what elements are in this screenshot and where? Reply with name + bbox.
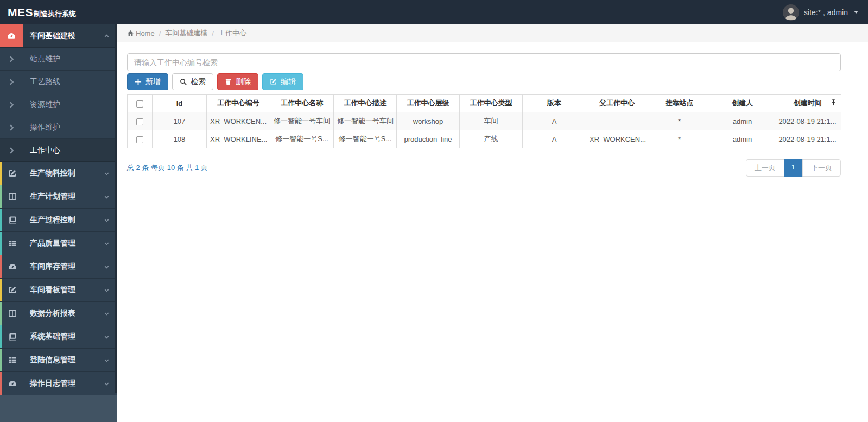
cell-creator: admin [711, 130, 774, 148]
cell-level: workshop [397, 112, 460, 130]
sidebar-group-workshop-modeling[interactable]: 车间基础建模 [0, 24, 117, 48]
breadcrumb: Home / 车间基础建模 / 工作中心 [117, 24, 868, 42]
page-1-button[interactable]: 1 [784, 159, 803, 177]
delete-button[interactable]: 删除 [217, 73, 258, 90]
col-parent-work-center: 父工作中心 [586, 95, 648, 112]
cell-parent: XR_WORKCEN... [586, 130, 648, 148]
row-checkbox[interactable] [136, 118, 143, 125]
chevron-down-icon [104, 357, 110, 363]
chevron-down-icon [104, 264, 110, 270]
chevron-right-icon [0, 93, 23, 116]
chevron-down-icon [104, 287, 110, 293]
cell-version: A [523, 130, 586, 148]
app-logo: MES 制造执行系统 [8, 6, 76, 19]
delete-button-label: 删除 [236, 77, 251, 87]
next-page-button[interactable]: 下一页 [802, 159, 841, 177]
pin-icon[interactable] [831, 99, 837, 108]
row-checkbox[interactable] [136, 136, 143, 143]
cell-parent [586, 112, 648, 130]
caret-down-icon [854, 11, 858, 14]
sidebar-item-plan-management[interactable]: 生产计划管理 [0, 185, 117, 209]
sidebar-item-inventory-management[interactable]: 车间库存管理 [0, 255, 117, 279]
toolbar: 新增 检索 删除 编辑 [127, 73, 841, 90]
breadcrumb-separator: / [212, 29, 214, 37]
list-icon [0, 349, 23, 371]
sidebar-item-process-control[interactable]: 生产过程控制 [0, 209, 117, 232]
edit-button[interactable]: 编辑 [262, 73, 303, 90]
cell-desc: 修一智能一号车间 [334, 112, 397, 130]
plus-icon [135, 78, 142, 85]
work-center-search-input[interactable] [127, 53, 841, 71]
sidebar-item-site-maintenance[interactable]: 站点维护 [0, 48, 117, 71]
chevron-right-icon [0, 48, 23, 70]
chevron-down-icon [104, 194, 110, 200]
cell-code: XR_WORKCEN... [207, 112, 270, 130]
cell-create-time: 2022-08-19 21:1... [774, 130, 841, 148]
sidebar-item-label: 登陆信息管理 [23, 355, 104, 365]
cell-code: XR_WORKLINE... [207, 130, 270, 148]
sidebar-item-process-route[interactable]: 工艺路线 [0, 71, 117, 93]
col-create-time: 创建时间 [774, 95, 841, 112]
sidebar-item-board-management[interactable]: 车间看板管理 [0, 279, 117, 302]
sidebar-item-work-center[interactable]: 工作中心 [0, 139, 117, 162]
select-all-checkbox[interactable] [136, 100, 143, 108]
cell-type: 产线 [460, 130, 523, 148]
search-button[interactable]: 检索 [172, 73, 213, 90]
trash-icon [225, 78, 232, 85]
edit-icon [270, 78, 277, 85]
col-create-time-label: 创建时间 [794, 99, 822, 107]
user-menu[interactable]: site:* , admin [783, 4, 858, 21]
sidebar-item-label: 操作日志管理 [23, 379, 104, 388]
prev-page-button[interactable]: 上一页 [746, 159, 784, 177]
sidebar-item-resource-maintenance[interactable]: 资源维护 [0, 93, 117, 116]
main-content: Home / 车间基础建模 / 工作中心 新增 检索 删除 编辑 [117, 24, 868, 422]
cell-type: 车间 [460, 112, 523, 130]
table-footer: 总 2 条 每页 10 条 共 1 页 上一页 1 下一页 [127, 159, 841, 177]
sidebar-item-label: 资源维护 [23, 100, 117, 110]
sidebar-item-operation-log[interactable]: 操作日志管理 [0, 372, 117, 395]
book-icon [0, 209, 23, 231]
sidebar-item-label: 生产计划管理 [23, 192, 104, 201]
add-button[interactable]: 新增 [127, 73, 168, 90]
user-label: site:* , admin [804, 8, 848, 17]
chevron-up-icon [104, 33, 110, 39]
sidebar-item-label: 工作中心 [23, 146, 117, 155]
sidebar-item-label: 车间库存管理 [23, 262, 104, 272]
edit-icon [0, 162, 23, 185]
chevron-right-icon [0, 139, 23, 161]
chevron-down-icon [104, 381, 110, 387]
sidebar-item-label: 数据分析报表 [23, 308, 104, 318]
cell-site: * [648, 130, 711, 148]
sidebar-item-label: 车间看板管理 [23, 285, 104, 295]
sidebar-item-system-management[interactable]: 系统基础管理 [0, 325, 117, 349]
col-version: 版本 [523, 95, 586, 112]
breadcrumb-home[interactable]: Home [136, 29, 155, 37]
chevron-right-icon [0, 116, 23, 138]
sidebar-item-label: 操作维护 [23, 123, 117, 133]
sidebar-item-label: 站点维护 [23, 54, 117, 64]
row-select-cell [128, 130, 153, 148]
sidebar-item-quality-management[interactable]: 产品质量管理 [0, 232, 117, 255]
sidebar-item-label: 产品质量管理 [23, 238, 104, 248]
breadcrumb-separator: / [159, 29, 161, 37]
col-work-center-level: 工作中心层级 [397, 95, 460, 112]
table-row: 107 XR_WORKCEN... 修一智能一号车间 修一智能一号车间 work… [128, 112, 841, 130]
sidebar-item-login-info[interactable]: 登陆信息管理 [0, 349, 117, 372]
sidebar-item-material-control[interactable]: 生产物料控制 [0, 162, 117, 185]
sidebar-item-operation-maintenance[interactable]: 操作维护 [0, 116, 117, 139]
cell-version: A [523, 112, 586, 130]
chevron-down-icon [104, 241, 110, 247]
col-id: id [153, 95, 207, 112]
sidebar-item-data-analysis[interactable]: 数据分析报表 [0, 302, 117, 325]
sidebar: 车间基础建模 站点维护 工艺路线 资源维护 操作维护 工作中心 [0, 24, 117, 422]
work-center-table: id 工作中心编号 工作中心名称 工作中心描述 工作中心层级 工作中心类型 版本… [127, 94, 841, 148]
cell-site: * [648, 112, 711, 130]
cell-level: production_line [397, 130, 460, 148]
col-work-center-code: 工作中心编号 [207, 95, 270, 112]
cell-desc: 修一智能一号S... [334, 130, 397, 148]
chevron-down-icon [104, 217, 110, 223]
search-button-label: 检索 [191, 77, 206, 87]
breadcrumb-level1[interactable]: 车间基础建模 [165, 28, 207, 38]
chevron-right-icon [0, 71, 23, 93]
pagination-summary: 总 2 条 每页 10 条 共 1 页 [127, 163, 208, 173]
